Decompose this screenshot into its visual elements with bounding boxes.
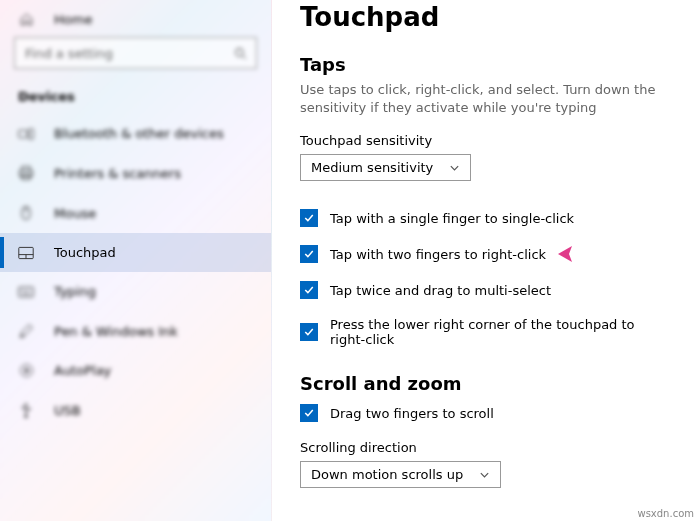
direction-label: Scrolling direction [300, 440, 672, 455]
check-single-tap[interactable]: Tap with a single finger to single-click [300, 209, 672, 227]
svg-rect-6 [22, 175, 30, 180]
checkbox-icon [300, 323, 318, 341]
sidebar-item-printers[interactable]: Printers & scanners [0, 153, 271, 193]
sensitivity-value: Medium sensitivity [311, 160, 433, 175]
sensitivity-label: Touchpad sensitivity [300, 133, 672, 148]
devices-icon [18, 127, 34, 141]
svg-line-1 [243, 55, 246, 58]
printer-icon [18, 165, 34, 181]
sidebar-section-title: Devices [0, 83, 271, 114]
sidebar-item-touchpad[interactable]: Touchpad [0, 233, 271, 272]
svg-point-20 [25, 415, 27, 417]
scroll-heading: Scroll and zoom [300, 373, 672, 394]
main-content: Touchpad Taps Use taps to click, right-c… [272, 0, 700, 521]
sidebar-item-label: Bluetooth & other devices [54, 126, 224, 141]
svg-rect-12 [19, 287, 33, 297]
pen-icon [18, 323, 34, 339]
check-label: Press the lower right corner of the touc… [330, 317, 672, 347]
check-two-finger-tap[interactable]: Tap with two fingers to right-click [300, 245, 672, 263]
settings-sidebar: Home Devices Bluetooth & other devices [0, 0, 272, 521]
check-tap-drag[interactable]: Tap twice and drag to multi-select [300, 281, 672, 299]
direction-value: Down motion scrolls up [311, 467, 463, 482]
check-label: Tap with a single finger to single-click [330, 211, 574, 226]
checkbox-icon [300, 281, 318, 299]
sidebar-item-autoplay[interactable]: AutoPlay [0, 351, 271, 390]
checkbox-icon [300, 404, 318, 422]
mouse-icon [18, 205, 34, 221]
sidebar-item-pen[interactable]: Pen & Windows Ink [0, 311, 271, 351]
checkbox-icon [300, 245, 318, 263]
sidebar-item-label: Pen & Windows Ink [54, 324, 178, 339]
sidebar-item-label: Mouse [54, 206, 96, 221]
check-two-finger-scroll[interactable]: Drag two fingers to scroll [300, 404, 672, 422]
svg-rect-2 [19, 130, 28, 137]
sidebar-item-typing[interactable]: Typing [0, 272, 271, 311]
sidebar-item-label: Printers & scanners [54, 166, 181, 181]
home-link[interactable]: Home [0, 0, 271, 37]
watermark-text: wsxdn.com [637, 508, 694, 519]
sidebar-item-label: USB [54, 403, 81, 418]
autoplay-icon [18, 363, 34, 378]
svg-point-0 [236, 48, 244, 56]
page-title: Touchpad [300, 2, 672, 32]
sidebar-item-label: AutoPlay [54, 363, 111, 378]
checkbox-icon [300, 209, 318, 227]
search-icon [233, 46, 248, 61]
usb-icon [18, 402, 34, 418]
home-label: Home [54, 12, 92, 27]
check-lower-right[interactable]: Press the lower right corner of the touc… [300, 317, 672, 347]
taps-heading: Taps [300, 54, 672, 75]
keyboard-icon [18, 286, 34, 298]
check-label: Tap twice and drag to multi-select [330, 283, 551, 298]
taps-description: Use taps to click, right-click, and sele… [300, 81, 672, 117]
sidebar-item-label: Typing [54, 284, 96, 299]
sidebar-nav: Bluetooth & other devices Printers & sca… [0, 114, 271, 430]
svg-rect-22 [28, 408, 30, 410]
sensitivity-dropdown[interactable]: Medium sensitivity [300, 154, 471, 181]
direction-dropdown[interactable]: Down motion scrolls up [300, 461, 501, 488]
svg-point-21 [22, 407, 24, 409]
chevron-down-icon [449, 164, 460, 172]
search-field[interactable] [23, 44, 233, 63]
check-label: Tap with two fingers to right-click [330, 247, 546, 262]
check-label: Drag two fingers to scroll [330, 406, 494, 421]
touchpad-icon [18, 246, 34, 260]
annotation-arrow-icon [556, 243, 614, 265]
svg-rect-4 [22, 167, 30, 171]
sidebar-item-mouse[interactable]: Mouse [0, 193, 271, 233]
svg-rect-3 [29, 128, 33, 138]
home-icon [18, 12, 34, 27]
sidebar-item-label: Touchpad [54, 245, 116, 260]
chevron-down-icon [479, 471, 490, 479]
sidebar-item-usb[interactable]: USB [0, 390, 271, 430]
sidebar-item-bluetooth[interactable]: Bluetooth & other devices [0, 114, 271, 153]
svg-marker-18 [25, 368, 30, 374]
search-input[interactable] [14, 37, 257, 69]
